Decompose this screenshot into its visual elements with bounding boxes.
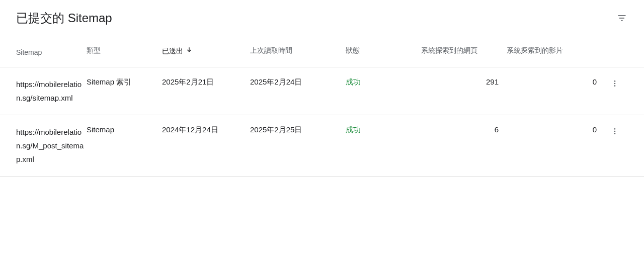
svg-point-6: [614, 128, 616, 130]
cell-lastread: 2025年2月25日: [250, 125, 346, 135]
sitemap-table: Sitemap 類型 已送出 上次讀取時間 狀態 系統探索到的網頁 系統探索到的…: [0, 38, 644, 177]
page-header: 已提交的 Sitemap: [0, 0, 644, 38]
column-header-sitemap[interactable]: Sitemap: [16, 46, 87, 59]
page-title: 已提交的 Sitemap: [16, 10, 112, 26]
table-row[interactable]: https://mobilerelation.sg/M_post_sitemap…: [0, 115, 644, 177]
cell-type: Sitemap 索引: [87, 77, 162, 87]
cell-videos: 0: [507, 77, 605, 86]
column-header-videos[interactable]: 系統探索到的影片: [507, 46, 605, 59]
svg-point-8: [614, 133, 616, 135]
more-actions-icon[interactable]: [609, 77, 621, 91]
cell-pages: 6: [421, 125, 507, 134]
column-header-lastread[interactable]: 上次讀取時間: [250, 46, 346, 59]
cell-sitemap: https://mobilerelation.sg/M_post_sitemap…: [16, 125, 87, 166]
svg-point-5: [614, 86, 616, 87]
column-header-type[interactable]: 類型: [87, 46, 162, 59]
cell-submitted: 2024年12月24日: [162, 125, 250, 135]
more-actions-icon[interactable]: [609, 125, 621, 139]
cell-submitted: 2025年2月21日: [162, 77, 250, 87]
column-header-submitted[interactable]: 已送出: [162, 46, 250, 59]
column-header-status[interactable]: 狀態: [346, 46, 421, 59]
svg-point-3: [614, 80, 616, 82]
svg-point-4: [614, 83, 616, 85]
svg-point-7: [614, 131, 616, 132]
cell-videos: 0: [507, 125, 605, 134]
cell-type: Sitemap: [87, 125, 162, 134]
table-row[interactable]: https://mobilerelation.sg/sitemap.xml Si…: [0, 67, 644, 115]
column-header-pages[interactable]: 系統探索到的網頁: [421, 46, 507, 59]
cell-pages: 291: [421, 77, 507, 86]
cell-sitemap: https://mobilerelation.sg/sitemap.xml: [16, 77, 87, 105]
table-header: Sitemap 類型 已送出 上次讀取時間 狀態 系統探索到的網頁 系統探索到的…: [0, 38, 644, 67]
filter-icon[interactable]: [616, 12, 628, 24]
sort-arrow-down-icon: [185, 46, 193, 56]
cell-status: 成功: [346, 77, 421, 87]
column-header-submitted-label: 已送出: [162, 47, 183, 56]
cell-lastread: 2025年2月24日: [250, 77, 346, 87]
column-header-actions: [605, 46, 625, 59]
cell-status: 成功: [346, 125, 421, 135]
